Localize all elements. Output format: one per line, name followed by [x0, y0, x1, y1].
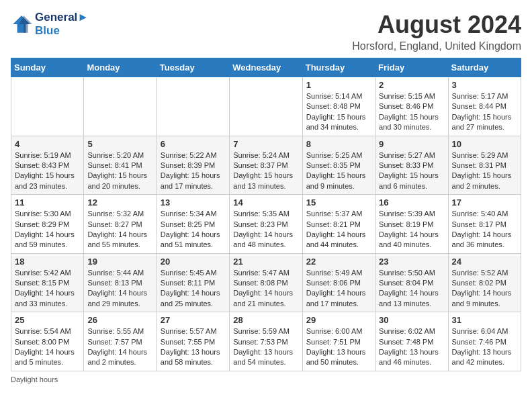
calendar-week-1: 1Sunrise: 5:14 AMSunset: 8:48 PMDaylight… — [11, 77, 521, 136]
day-number: 28 — [233, 315, 298, 325]
day-info-line: Sunset: 8:37 PM — [233, 161, 287, 169]
day-info-line: Daylight: 15 hours and 2 minutes. — [452, 171, 512, 189]
day-info-line: Sunrise: 5:44 AM — [87, 269, 144, 277]
day-info-line: Daylight: 14 hours and 25 minutes. — [161, 289, 220, 307]
header-saturday: Saturday — [448, 58, 521, 77]
day-info-line: Sunrise: 5:29 AM — [452, 151, 508, 159]
day-info-line: Daylight: 15 hours and 34 minutes. — [306, 113, 366, 131]
month-year: August 2024 — [352, 11, 521, 39]
calendar-cell: 24Sunrise: 5:52 AMSunset: 8:02 PMDayligh… — [448, 253, 521, 312]
day-info-line: Daylight: 15 hours and 20 minutes. — [87, 171, 147, 189]
day-info-line: Sunrise: 5:42 AM — [15, 269, 71, 277]
calendar-cell: 23Sunrise: 5:50 AMSunset: 8:04 PMDayligh… — [375, 253, 448, 312]
calendar-cell: 25Sunrise: 5:54 AMSunset: 8:00 PMDayligh… — [11, 312, 84, 371]
day-info-line: Daylight: 14 hours and 40 minutes. — [379, 230, 439, 248]
day-info: Sunrise: 5:54 AMSunset: 8:00 PMDaylight:… — [15, 326, 80, 368]
day-info-line: Sunset: 8:31 PM — [452, 161, 506, 169]
calendar-week-3: 11Sunrise: 5:30 AMSunset: 8:29 PMDayligh… — [11, 195, 521, 254]
day-info: Sunrise: 5:19 AMSunset: 8:43 PMDaylight:… — [15, 150, 80, 192]
calendar-table: Sunday Monday Tuesday Wednesday Thursday… — [11, 58, 521, 371]
day-info-line: Sunrise: 5:54 AM — [15, 327, 71, 335]
day-info-line: Sunrise: 5:50 AM — [379, 269, 435, 277]
calendar-cell: 16Sunrise: 5:39 AMSunset: 8:19 PMDayligh… — [375, 195, 448, 254]
day-number: 26 — [87, 315, 152, 325]
calendar-cell: 26Sunrise: 5:55 AMSunset: 7:57 PMDayligh… — [84, 312, 157, 371]
calendar-cell: 3Sunrise: 5:17 AMSunset: 8:44 PMDaylight… — [448, 77, 521, 136]
day-number: 31 — [452, 315, 517, 325]
day-info: Sunrise: 6:04 AMSunset: 7:46 PMDaylight:… — [452, 326, 517, 368]
calendar-cell: 11Sunrise: 5:30 AMSunset: 8:29 PMDayligh… — [11, 195, 84, 254]
page-header: General► Blue August 2024 Horsford, Engl… — [11, 11, 521, 52]
day-info-line: Sunrise: 5:47 AM — [233, 269, 290, 277]
calendar-cell: 19Sunrise: 5:44 AMSunset: 8:13 PMDayligh… — [84, 253, 157, 312]
calendar-cell: 6Sunrise: 5:22 AMSunset: 8:39 PMDaylight… — [157, 136, 229, 195]
day-info-line: Sunset: 8:25 PM — [161, 220, 215, 228]
day-number: 15 — [306, 197, 371, 208]
day-info-line: Daylight: 14 hours and 13 minutes. — [379, 289, 439, 307]
day-info-line: Daylight: 13 hours and 50 minutes. — [306, 348, 366, 366]
day-info: Sunrise: 5:17 AMSunset: 8:44 PMDaylight:… — [452, 91, 517, 133]
day-info-line: Daylight: 14 hours and 59 minutes. — [15, 230, 75, 248]
calendar-cell: 2Sunrise: 5:15 AMSunset: 8:46 PMDaylight… — [375, 77, 448, 136]
calendar-cell: 8Sunrise: 5:25 AMSunset: 8:35 PMDaylight… — [302, 136, 375, 195]
calendar-cell: 31Sunrise: 6:04 AMSunset: 7:46 PMDayligh… — [448, 312, 521, 371]
day-info-line: Sunrise: 5:30 AM — [15, 210, 71, 218]
day-number: 1 — [306, 80, 371, 90]
day-info: Sunrise: 5:49 AMSunset: 8:06 PMDaylight:… — [306, 268, 371, 310]
header-monday: Monday — [84, 58, 157, 77]
calendar-cell — [84, 77, 157, 136]
day-number: 16 — [379, 197, 444, 208]
day-info-line: Daylight: 15 hours and 9 minutes. — [306, 171, 366, 189]
header-tuesday: Tuesday — [157, 58, 229, 77]
day-info-line: Daylight: 13 hours and 54 minutes. — [233, 348, 293, 366]
calendar-cell: 14Sunrise: 5:35 AMSunset: 8:23 PMDayligh… — [230, 195, 302, 254]
day-number: 24 — [452, 257, 517, 267]
day-info-line: Sunset: 8:23 PM — [233, 220, 287, 228]
day-info-line: Daylight: 13 hours and 46 minutes. — [379, 348, 439, 366]
day-number: 5 — [87, 139, 152, 149]
day-info-line: Sunset: 8:21 PM — [306, 220, 361, 228]
calendar-week-2: 4Sunrise: 5:19 AMSunset: 8:43 PMDaylight… — [11, 136, 521, 195]
calendar-cell: 21Sunrise: 5:47 AMSunset: 8:08 PMDayligh… — [230, 253, 302, 312]
day-info-line: Sunset: 8:15 PM — [15, 279, 69, 287]
day-info: Sunrise: 6:02 AMSunset: 7:48 PMDaylight:… — [379, 326, 444, 368]
day-info-line: Daylight: 14 hours and 2 minutes. — [87, 348, 147, 366]
day-info-line: Sunrise: 5:55 AM — [87, 327, 144, 335]
day-info: Sunrise: 5:29 AMSunset: 8:31 PMDaylight:… — [452, 150, 517, 192]
day-number: 22 — [306, 257, 371, 267]
day-number: 20 — [161, 257, 226, 267]
day-info-line: Sunrise: 5:15 AM — [379, 92, 435, 100]
day-info-line: Sunset: 8:29 PM — [15, 220, 69, 228]
day-info: Sunrise: 5:22 AMSunset: 8:39 PMDaylight:… — [161, 150, 226, 192]
day-info-line: Sunset: 7:57 PM — [87, 338, 142, 346]
day-number: 18 — [15, 257, 80, 267]
header-wednesday: Wednesday — [230, 58, 302, 77]
calendar-cell: 7Sunrise: 5:24 AMSunset: 8:37 PMDaylight… — [230, 136, 302, 195]
day-info: Sunrise: 5:24 AMSunset: 8:37 PMDaylight:… — [233, 150, 298, 192]
day-info-line: Sunset: 8:11 PM — [161, 279, 215, 287]
day-info-line: Daylight: 14 hours and 9 minutes. — [452, 289, 512, 307]
day-info: Sunrise: 5:15 AMSunset: 8:46 PMDaylight:… — [379, 91, 444, 133]
logo: General► Blue — [11, 11, 89, 38]
day-info-line: Sunrise: 5:59 AM — [233, 327, 290, 335]
logo-icon — [11, 13, 32, 35]
calendar-cell: 27Sunrise: 5:57 AMSunset: 7:55 PMDayligh… — [157, 312, 229, 371]
calendar-cell — [230, 77, 302, 136]
header-thursday: Thursday — [302, 58, 375, 77]
day-info-line: Sunset: 8:17 PM — [452, 220, 506, 228]
day-info-line: Sunrise: 5:27 AM — [379, 151, 435, 159]
day-info: Sunrise: 5:37 AMSunset: 8:21 PMDaylight:… — [306, 209, 371, 250]
day-info-line: Sunrise: 5:20 AM — [87, 151, 144, 159]
day-info-line: Daylight: 13 hours and 58 minutes. — [161, 348, 220, 366]
calendar-cell: 18Sunrise: 5:42 AMSunset: 8:15 PMDayligh… — [11, 253, 84, 312]
day-info-line: Daylight: 14 hours and 48 minutes. — [233, 230, 293, 248]
day-info-line: Daylight: 14 hours and 17 minutes. — [306, 289, 366, 307]
day-info-line: Sunset: 7:51 PM — [306, 338, 361, 346]
calendar-cell: 1Sunrise: 5:14 AMSunset: 8:48 PMDaylight… — [302, 77, 375, 136]
day-info-line: Daylight: 15 hours and 23 minutes. — [15, 171, 75, 189]
day-info: Sunrise: 5:14 AMSunset: 8:48 PMDaylight:… — [306, 91, 371, 133]
title-block: August 2024 Horsford, England, United Ki… — [352, 11, 521, 52]
day-info: Sunrise: 5:57 AMSunset: 7:55 PMDaylight:… — [161, 326, 226, 368]
day-info: Sunrise: 5:44 AMSunset: 8:13 PMDaylight:… — [87, 268, 152, 310]
day-number: 2 — [379, 80, 444, 90]
